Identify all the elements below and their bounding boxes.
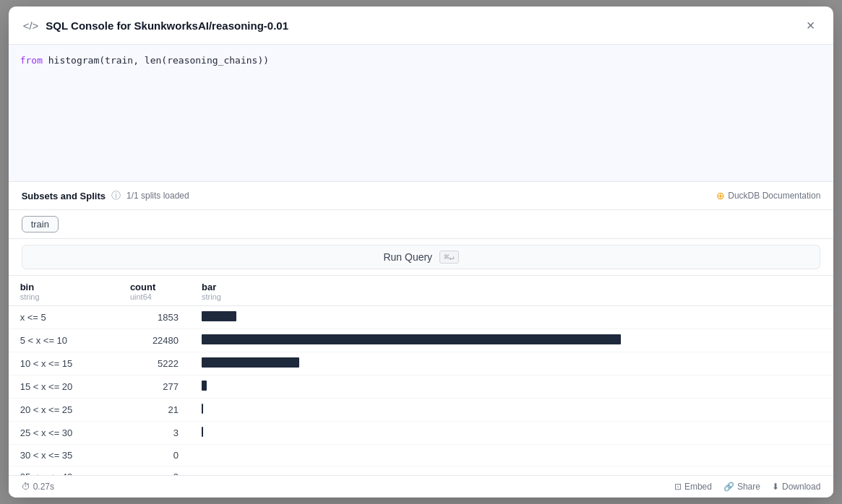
code-expression: histogram(train, len(reasoning_chains))	[43, 55, 269, 66]
table-row: 5 < x <= 1022480	[9, 329, 834, 352]
cell-bar	[190, 399, 833, 422]
splits-loaded: 1/1 splits loaded	[126, 191, 189, 201]
cell-bin: 30 < x <= 35	[9, 445, 119, 466]
bar-visual	[202, 381, 207, 391]
table-header-row: bin string count uint64 bar string	[9, 276, 834, 306]
bar-visual	[202, 357, 299, 368]
duckdb-link-label: DuckDB Documentation	[728, 191, 820, 201]
sql-console-modal: </> SQL Console for SkunkworksAI/reasoni…	[9, 6, 834, 498]
cell-bar	[190, 375, 833, 399]
code-icon: </>	[23, 19, 39, 32]
cell-bin: 35 < x <= 40	[9, 466, 119, 476]
subsets-label: Subsets and Splits	[22, 191, 106, 201]
cell-bin: 5 < x <= 10	[9, 329, 119, 352]
col-count: count uint64	[119, 276, 190, 306]
cell-bar	[190, 329, 833, 352]
cell-count: 22480	[119, 329, 190, 352]
cell-count: 21	[119, 399, 190, 422]
splits-tags: train	[9, 210, 834, 239]
cell-count: 0	[119, 466, 190, 476]
table-row: 10 < x <= 155222	[9, 352, 834, 375]
code-keyword: from	[20, 55, 43, 66]
bar-visual	[202, 404, 203, 414]
modal-header: </> SQL Console for SkunkworksAI/reasoni…	[9, 6, 834, 45]
code-editor[interactable]: from histogram(train, len(reasoning_chai…	[9, 45, 834, 182]
run-query-bar: Run Query ⌘↵	[9, 239, 834, 276]
close-button[interactable]: ×	[802, 17, 820, 34]
share-button[interactable]: 🔗 Share	[723, 482, 760, 492]
cell-bin: 15 < x <= 20	[9, 375, 119, 399]
cell-bar	[190, 352, 833, 375]
download-label: Download	[782, 482, 820, 492]
info-icon[interactable]: ⓘ	[111, 189, 121, 202]
bar-visual	[202, 311, 236, 321]
run-query-button[interactable]: Run Query ⌘↵	[22, 245, 821, 269]
col-bar: bar string	[190, 276, 833, 306]
cell-count: 277	[119, 375, 190, 399]
cell-count: 3	[119, 422, 190, 445]
clock-icon: ⏱	[22, 482, 30, 492]
table-row: x <= 51853	[9, 306, 834, 329]
results-table[interactable]: bin string count uint64 bar string	[9, 276, 834, 475]
col-bin: bin string	[9, 276, 119, 306]
download-icon: ⬇	[772, 482, 779, 492]
bar-visual	[202, 334, 621, 344]
cell-bin: 10 < x <= 15	[9, 352, 119, 375]
table-row: 35 < x <= 400	[9, 466, 834, 476]
cell-count: 1853	[119, 306, 190, 329]
footer-actions: ⊡ Embed 🔗 Share ⬇ Download	[674, 482, 820, 492]
cell-bar	[190, 422, 833, 445]
download-button[interactable]: ⬇ Download	[772, 482, 820, 492]
time-value: 0.27s	[33, 482, 54, 492]
table-row: 25 < x <= 303	[9, 422, 834, 445]
duckdb-icon: ⊕	[716, 190, 725, 201]
cell-count: 5222	[119, 352, 190, 375]
data-table: bin string count uint64 bar string	[9, 276, 834, 475]
cell-bar	[190, 306, 833, 329]
table-row: 20 < x <= 2521	[9, 399, 834, 422]
share-label: Share	[737, 482, 760, 492]
footer-time: ⏱ 0.27s	[22, 482, 54, 492]
table-row: 30 < x <= 350	[9, 445, 834, 466]
share-icon: 🔗	[723, 482, 734, 492]
modal-overlay: </> SQL Console for SkunkworksAI/reasoni…	[0, 0, 842, 504]
cell-bar	[190, 466, 833, 476]
embed-icon: ⊡	[674, 482, 682, 492]
bar-visual	[202, 427, 203, 437]
table-body: x <= 518535 < x <= 102248010 < x <= 1552…	[9, 306, 834, 476]
modal-title: SQL Console for SkunkworksAI/reasoning-0…	[46, 19, 794, 32]
duckdb-link[interactable]: ⊕ DuckDB Documentation	[716, 190, 820, 201]
embed-label: Embed	[684, 482, 712, 492]
tag-train[interactable]: train	[22, 216, 59, 233]
cell-bin: 25 < x <= 30	[9, 422, 119, 445]
run-query-shortcut: ⌘↵	[439, 251, 458, 264]
cell-count: 0	[119, 445, 190, 466]
table-row: 15 < x <= 20277	[9, 375, 834, 399]
run-query-label: Run Query	[383, 251, 432, 263]
cell-bin: 20 < x <= 25	[9, 399, 119, 422]
embed-button[interactable]: ⊡ Embed	[674, 482, 712, 492]
subsets-bar: Subsets and Splits ⓘ 1/1 splits loaded ⊕…	[9, 182, 834, 210]
cell-bar	[190, 445, 833, 466]
cell-bin: x <= 5	[9, 306, 119, 329]
modal-footer: ⏱ 0.27s ⊡ Embed 🔗 Share ⬇ Download	[9, 475, 834, 498]
